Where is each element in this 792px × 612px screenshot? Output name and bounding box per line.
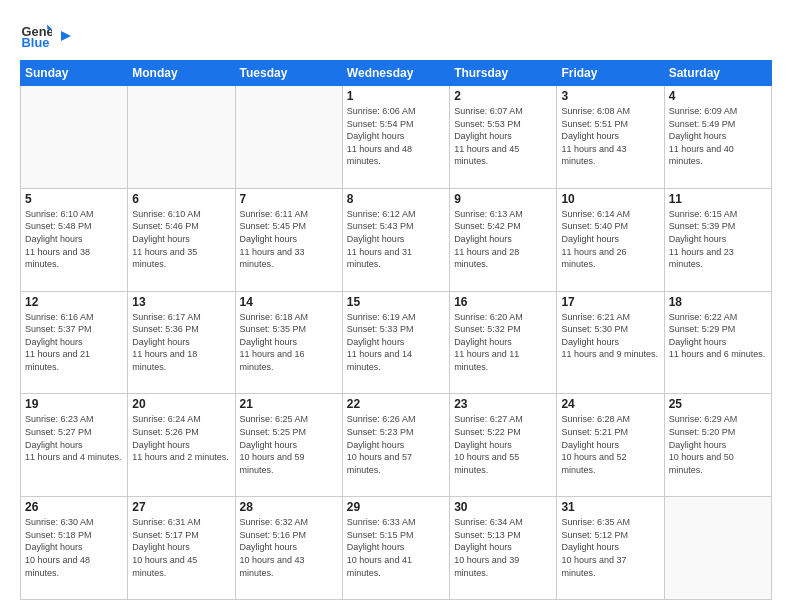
day-number: 14 [240,295,338,309]
calendar-cell: 29Sunrise: 6:33 AMSunset: 5:15 PMDayligh… [342,497,449,600]
day-info: Sunrise: 6:29 AMSunset: 5:20 PMDaylight … [669,413,767,476]
calendar-table: SundayMondayTuesdayWednesdayThursdayFrid… [20,60,772,600]
page: General Blue SundayMondayTuesdayWed [0,0,792,612]
week-row-2: 12Sunrise: 6:16 AMSunset: 5:37 PMDayligh… [21,291,772,394]
week-row-3: 19Sunrise: 6:23 AMSunset: 5:27 PMDayligh… [21,394,772,497]
calendar-cell [664,497,771,600]
weekday-header-row: SundayMondayTuesdayWednesdayThursdayFrid… [21,61,772,86]
day-info: Sunrise: 6:20 AMSunset: 5:32 PMDaylight … [454,311,552,374]
day-number: 27 [132,500,230,514]
calendar-cell: 10Sunrise: 6:14 AMSunset: 5:40 PMDayligh… [557,188,664,291]
calendar-cell: 26Sunrise: 6:30 AMSunset: 5:18 PMDayligh… [21,497,128,600]
day-number: 8 [347,192,445,206]
day-info: Sunrise: 6:21 AMSunset: 5:30 PMDaylight … [561,311,659,361]
calendar-cell: 1Sunrise: 6:06 AMSunset: 5:54 PMDaylight… [342,86,449,189]
calendar-cell: 11Sunrise: 6:15 AMSunset: 5:39 PMDayligh… [664,188,771,291]
day-number: 20 [132,397,230,411]
calendar-cell: 3Sunrise: 6:08 AMSunset: 5:51 PMDaylight… [557,86,664,189]
weekday-header-friday: Friday [557,61,664,86]
weekday-header-monday: Monday [128,61,235,86]
day-info: Sunrise: 6:30 AMSunset: 5:18 PMDaylight … [25,516,123,579]
day-info: Sunrise: 6:07 AMSunset: 5:53 PMDaylight … [454,105,552,168]
calendar-cell: 30Sunrise: 6:34 AMSunset: 5:13 PMDayligh… [450,497,557,600]
day-number: 25 [669,397,767,411]
day-number: 10 [561,192,659,206]
day-number: 7 [240,192,338,206]
day-info: Sunrise: 6:31 AMSunset: 5:17 PMDaylight … [132,516,230,579]
header: General Blue [20,18,772,50]
calendar-cell: 20Sunrise: 6:24 AMSunset: 5:26 PMDayligh… [128,394,235,497]
day-number: 9 [454,192,552,206]
calendar-cell: 13Sunrise: 6:17 AMSunset: 5:36 PMDayligh… [128,291,235,394]
day-info: Sunrise: 6:13 AMSunset: 5:42 PMDaylight … [454,208,552,271]
day-info: Sunrise: 6:27 AMSunset: 5:22 PMDaylight … [454,413,552,476]
weekday-header-tuesday: Tuesday [235,61,342,86]
week-row-1: 5Sunrise: 6:10 AMSunset: 5:48 PMDaylight… [21,188,772,291]
calendar-cell: 19Sunrise: 6:23 AMSunset: 5:27 PMDayligh… [21,394,128,497]
calendar-cell: 5Sunrise: 6:10 AMSunset: 5:48 PMDaylight… [21,188,128,291]
calendar-cell: 25Sunrise: 6:29 AMSunset: 5:20 PMDayligh… [664,394,771,497]
weekday-header-wednesday: Wednesday [342,61,449,86]
day-number: 13 [132,295,230,309]
day-info: Sunrise: 6:24 AMSunset: 5:26 PMDaylight … [132,413,230,463]
day-number: 24 [561,397,659,411]
day-info: Sunrise: 6:33 AMSunset: 5:15 PMDaylight … [347,516,445,579]
calendar-cell: 31Sunrise: 6:35 AMSunset: 5:12 PMDayligh… [557,497,664,600]
day-number: 15 [347,295,445,309]
logo-arrow-icon [57,27,75,45]
day-info: Sunrise: 6:25 AMSunset: 5:25 PMDaylight … [240,413,338,476]
day-info: Sunrise: 6:10 AMSunset: 5:48 PMDaylight … [25,208,123,271]
day-number: 26 [25,500,123,514]
day-info: Sunrise: 6:08 AMSunset: 5:51 PMDaylight … [561,105,659,168]
calendar-cell: 4Sunrise: 6:09 AMSunset: 5:49 PMDaylight… [664,86,771,189]
calendar-cell [21,86,128,189]
day-number: 17 [561,295,659,309]
day-number: 12 [25,295,123,309]
day-info: Sunrise: 6:34 AMSunset: 5:13 PMDaylight … [454,516,552,579]
day-number: 4 [669,89,767,103]
day-info: Sunrise: 6:16 AMSunset: 5:37 PMDaylight … [25,311,123,374]
day-number: 23 [454,397,552,411]
calendar-cell: 8Sunrise: 6:12 AMSunset: 5:43 PMDaylight… [342,188,449,291]
day-info: Sunrise: 6:26 AMSunset: 5:23 PMDaylight … [347,413,445,476]
day-number: 16 [454,295,552,309]
day-number: 1 [347,89,445,103]
week-row-4: 26Sunrise: 6:30 AMSunset: 5:18 PMDayligh… [21,497,772,600]
day-info: Sunrise: 6:11 AMSunset: 5:45 PMDaylight … [240,208,338,271]
calendar-cell: 24Sunrise: 6:28 AMSunset: 5:21 PMDayligh… [557,394,664,497]
day-number: 29 [347,500,445,514]
day-info: Sunrise: 6:17 AMSunset: 5:36 PMDaylight … [132,311,230,374]
weekday-header-thursday: Thursday [450,61,557,86]
calendar-cell: 28Sunrise: 6:32 AMSunset: 5:16 PMDayligh… [235,497,342,600]
calendar-cell: 17Sunrise: 6:21 AMSunset: 5:30 PMDayligh… [557,291,664,394]
weekday-header-saturday: Saturday [664,61,771,86]
calendar-cell: 9Sunrise: 6:13 AMSunset: 5:42 PMDaylight… [450,188,557,291]
day-number: 2 [454,89,552,103]
logo: General Blue [20,18,75,50]
calendar-cell: 21Sunrise: 6:25 AMSunset: 5:25 PMDayligh… [235,394,342,497]
day-number: 31 [561,500,659,514]
calendar-cell: 2Sunrise: 6:07 AMSunset: 5:53 PMDaylight… [450,86,557,189]
calendar-cell: 6Sunrise: 6:10 AMSunset: 5:46 PMDaylight… [128,188,235,291]
calendar-cell: 15Sunrise: 6:19 AMSunset: 5:33 PMDayligh… [342,291,449,394]
logo-icon: General Blue [20,18,52,50]
svg-text:Blue: Blue [22,35,50,50]
calendar-cell: 22Sunrise: 6:26 AMSunset: 5:23 PMDayligh… [342,394,449,497]
day-info: Sunrise: 6:06 AMSunset: 5:54 PMDaylight … [347,105,445,168]
day-info: Sunrise: 6:35 AMSunset: 5:12 PMDaylight … [561,516,659,579]
day-info: Sunrise: 6:22 AMSunset: 5:29 PMDaylight … [669,311,767,361]
week-row-0: 1Sunrise: 6:06 AMSunset: 5:54 PMDaylight… [21,86,772,189]
day-info: Sunrise: 6:12 AMSunset: 5:43 PMDaylight … [347,208,445,271]
day-number: 6 [132,192,230,206]
day-info: Sunrise: 6:15 AMSunset: 5:39 PMDaylight … [669,208,767,271]
day-info: Sunrise: 6:10 AMSunset: 5:46 PMDaylight … [132,208,230,271]
calendar-cell: 16Sunrise: 6:20 AMSunset: 5:32 PMDayligh… [450,291,557,394]
day-number: 11 [669,192,767,206]
svg-marker-3 [61,31,71,41]
day-number: 3 [561,89,659,103]
calendar-cell: 7Sunrise: 6:11 AMSunset: 5:45 PMDaylight… [235,188,342,291]
day-info: Sunrise: 6:18 AMSunset: 5:35 PMDaylight … [240,311,338,374]
day-number: 28 [240,500,338,514]
day-info: Sunrise: 6:19 AMSunset: 5:33 PMDaylight … [347,311,445,374]
day-number: 30 [454,500,552,514]
